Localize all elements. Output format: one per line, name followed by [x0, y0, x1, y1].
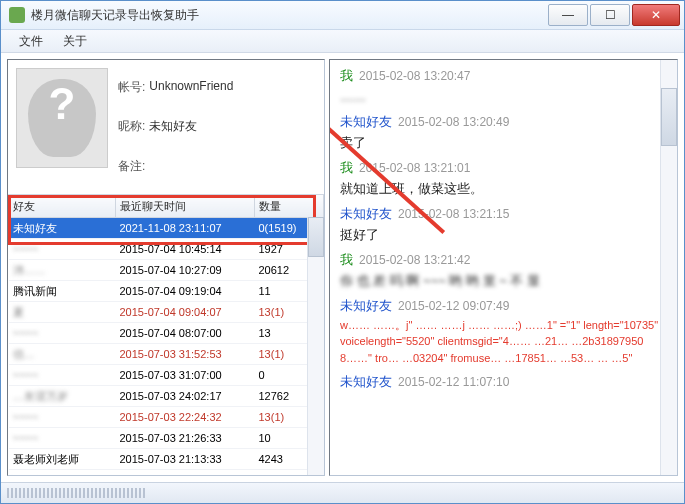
cell-friend: 夏 [9, 302, 116, 323]
account-value: UnknownFriend [149, 79, 233, 96]
minimize-button[interactable]: — [548, 4, 588, 26]
client-area: 帐号: UnknownFriend 昵称: 未知好友 备注: [1, 53, 684, 482]
status-bar [1, 482, 684, 503]
chat-scrollbar[interactable] [660, 60, 677, 475]
chat-timestamp: 2015-02-08 13:20:47 [359, 69, 470, 83]
cell-time: 2015-07-04 09:04:07 [116, 302, 255, 323]
menu-file[interactable]: 文件 [9, 30, 53, 53]
chat-timestamp: 2015-02-08 13:21:42 [359, 253, 470, 267]
table-row[interactable]: 信…2015-07-03 31:52:5313(1) [9, 344, 324, 365]
table-row[interactable]: 腾讯新闻2015-07-04 09:19:0411 [9, 281, 324, 302]
left-panel: 帐号: UnknownFriend 昵称: 未知好友 备注: [7, 59, 325, 476]
cell-friend: ~~~~ [9, 428, 116, 449]
chat-text: w…… ……。j" …… ……j …… ……;) ……1" ="1" lengt… [340, 317, 663, 367]
table-row[interactable]: ~~~~2015-07-03 21:12:092794 [9, 470, 324, 476]
col-count[interactable]: 数量 [255, 195, 324, 218]
chat-text: …… [340, 87, 663, 107]
table-row[interactable]: ~~~~2015-07-04 10:45:141927 [9, 239, 324, 260]
scroll-thumb[interactable] [661, 88, 677, 146]
cell-time: 2015-07-03 21:26:33 [116, 428, 255, 449]
chat-timestamp: 2015-02-12 09:07:49 [398, 299, 509, 313]
chat-message: 我2015-02-08 13:21:01就知道上班，做菜这些。 [340, 158, 663, 198]
cell-time: 2015-07-03 31:52:53 [116, 344, 255, 365]
cell-friend: ~~~~ [9, 239, 116, 260]
cell-time: 2015-07-04 08:07:00 [116, 323, 255, 344]
title-bar[interactable]: 楼月微信聊天记录导出恢复助手 — ☐ ✕ [1, 1, 684, 30]
field-nickname: 昵称: 未知好友 [118, 118, 316, 135]
nickname-label: 昵称: [118, 118, 145, 135]
nickname-value: 未知好友 [149, 118, 197, 135]
chat-sender: 我 [340, 252, 353, 267]
cell-friend: 沛…… [9, 260, 116, 281]
chat-sender: 我 [340, 68, 353, 83]
contacts-table: 好友 最近聊天时间 数量 未知好友2021-11-08 23:11:070(15… [8, 195, 324, 475]
cell-friend: ~~~~ [9, 407, 116, 428]
chat-sender: 我 [340, 160, 353, 175]
cell-time: 2021-11-08 23:11:07 [116, 218, 255, 239]
chat-sender: 未知好友 [340, 298, 392, 313]
cell-time: 2015-07-03 24:02:17 [116, 386, 255, 407]
table-row[interactable]: ~~~~2015-07-03 31:07:000 [9, 365, 324, 386]
field-account: 帐号: UnknownFriend [118, 79, 316, 96]
chat-message: 未知好友2015-02-08 13:20:49卖了 [340, 112, 663, 152]
cell-time: 2015-07-03 22:24:32 [116, 407, 255, 428]
contacts-header-row: 好友 最近聊天时间 数量 [9, 195, 324, 218]
chat-text: 就知道上班，做菜这些。 [340, 179, 663, 199]
cell-friend: 信… [9, 344, 116, 365]
app-window: 楼月微信聊天记录导出恢复助手 — ☐ ✕ 文件 关于 帐号: UnknownFr… [0, 0, 685, 504]
app-icon [9, 7, 25, 23]
avatar [16, 68, 108, 168]
chat-message: 未知好友2015-02-08 13:21:15挺好了 [340, 204, 663, 244]
window-controls: — ☐ ✕ [548, 4, 680, 26]
status-handle-icon [7, 488, 147, 498]
cell-time: 2015-07-04 09:19:04 [116, 281, 255, 302]
cell-time: 2015-07-04 10:27:09 [116, 260, 255, 281]
cell-time: 2015-07-03 21:12:09 [116, 470, 255, 476]
table-row[interactable]: 夏2015-07-04 09:04:0713(1) [9, 302, 324, 323]
table-row[interactable]: ~~~~2015-07-03 22:24:3213(1) [9, 407, 324, 428]
close-button[interactable]: ✕ [632, 4, 680, 26]
cell-friend: ~~~~ [9, 470, 116, 476]
maximize-button[interactable]: ☐ [590, 4, 630, 26]
table-row[interactable]: 聂老师刘老师2015-07-03 21:13:334243 [9, 449, 324, 470]
profile-box: 帐号: UnknownFriend 昵称: 未知好友 备注: [8, 60, 324, 195]
contacts-scrollbar[interactable] [307, 217, 324, 475]
chat-timestamp: 2015-02-08 13:21:15 [398, 207, 509, 221]
chat-message: 未知好友2015-02-12 09:07:49w…… ……。j" …… ……j … [340, 296, 663, 366]
contacts-area: 好友 最近聊天时间 数量 未知好友2021-11-08 23:11:070(15… [8, 195, 324, 475]
scroll-thumb[interactable] [308, 217, 324, 257]
chat-message: 未知好友2015-02-12 11:07:10 [340, 372, 663, 392]
avatar-placeholder-icon [28, 79, 96, 157]
chat-timestamp: 2015-02-08 13:21:01 [359, 161, 470, 175]
field-remark: 备注: [118, 158, 316, 175]
cell-friend: ~~~~ [9, 365, 116, 386]
cell-friend: ~~~~ [9, 323, 116, 344]
menu-bar: 文件 关于 [1, 30, 684, 53]
chat-sender: 未知好友 [340, 374, 392, 389]
chat-text: 卖了 [340, 133, 663, 153]
col-lasttime[interactable]: 最近聊天时间 [116, 195, 255, 218]
col-friend[interactable]: 好友 [9, 195, 116, 218]
cell-friend: 腾讯新闻 [9, 281, 116, 302]
cell-friend: 未知好友 [9, 218, 116, 239]
table-row[interactable]: ~~~~2015-07-04 08:07:0013 [9, 323, 324, 344]
cell-time: 2015-07-03 31:07:00 [116, 365, 255, 386]
chat-text: 挺好了 [340, 225, 663, 245]
chat-text: 你 也 差 吗 啊 ~~~ 哟 哟 里 ~ 不 显 [340, 271, 663, 291]
chat-timestamp: 2015-02-08 13:20:49 [398, 115, 509, 129]
chat-message: 我2015-02-08 13:20:47…… [340, 66, 663, 106]
chat-sender: 未知好友 [340, 114, 392, 129]
table-row[interactable]: …友谊万岁2015-07-03 24:02:1712762 [9, 386, 324, 407]
menu-about[interactable]: 关于 [53, 30, 97, 53]
chat-body: 我2015-02-08 13:20:47……未知好友2015-02-08 13:… [340, 66, 663, 392]
profile-fields: 帐号: UnknownFriend 昵称: 未知好友 备注: [118, 68, 316, 186]
table-row[interactable]: ~~~~2015-07-03 21:26:3310 [9, 428, 324, 449]
cell-friend: 聂老师刘老师 [9, 449, 116, 470]
table-row[interactable]: 沛……2015-07-04 10:27:0920612 [9, 260, 324, 281]
chat-panel: 我2015-02-08 13:20:47……未知好友2015-02-08 13:… [329, 59, 678, 476]
table-row[interactable]: 未知好友2021-11-08 23:11:070(1519) [9, 218, 324, 239]
cell-friend: …友谊万岁 [9, 386, 116, 407]
chat-timestamp: 2015-02-12 11:07:10 [398, 375, 509, 389]
account-label: 帐号: [118, 79, 145, 96]
window-title: 楼月微信聊天记录导出恢复助手 [31, 7, 548, 24]
